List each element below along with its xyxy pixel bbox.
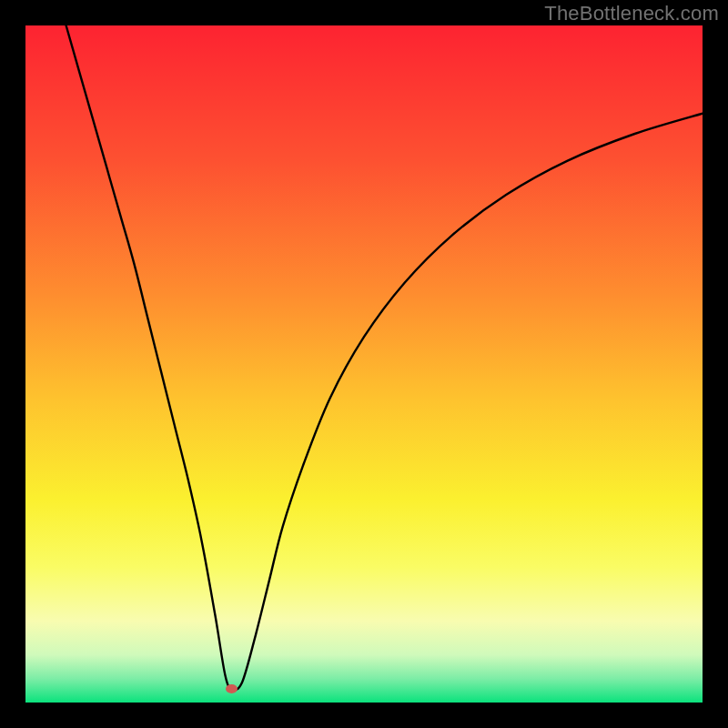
chart-frame: TheBottleneck.com (0, 0, 728, 728)
watermark-label: TheBottleneck.com (544, 2, 719, 25)
plot-area (25, 25, 703, 703)
bottleneck-curve (25, 25, 703, 703)
